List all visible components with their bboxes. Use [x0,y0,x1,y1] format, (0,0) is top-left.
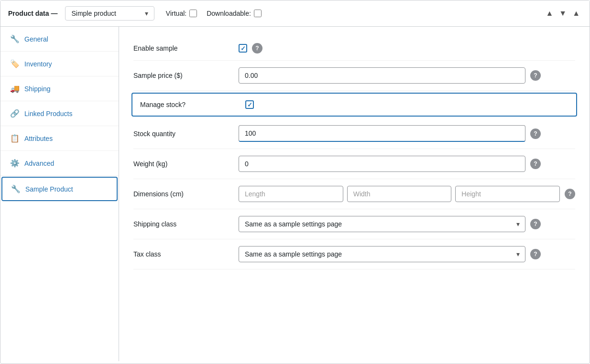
chevron-down-icon: ▾ [145,10,148,17]
sidebar-label-inventory: Inventory [24,60,52,68]
sidebar-label-advanced: Advanced [24,160,54,167]
product-type-dropdown[interactable]: Simple product ▾ [65,6,154,21]
sample-price-row: Sample price ($) ? [133,61,575,91]
stock-quantity-label: Stock quantity [133,130,229,138]
sidebar-item-general[interactable]: 🔧 General [0,27,119,52]
sidebar-label-linked-products: Linked Products [24,110,72,118]
downloadable-label: Downloadable: [207,10,251,17]
truck-icon: 🚚 [10,84,20,93]
shipping-class-help-icon[interactable]: ? [530,219,541,229]
shipping-class-select-wrapper: Same as a sample settings page None ▾ [239,216,525,232]
height-input[interactable] [455,186,560,202]
virtual-label: Virtual: [166,10,186,17]
link-icon: 🔗 [10,109,20,118]
sample-price-input[interactable] [239,67,525,84]
sample-price-help-icon[interactable]: ? [530,70,541,81]
dimensions-label: Dimensions (cm) [133,190,229,198]
gear-icon: ⚙️ [10,159,20,168]
manage-stock-checkbox[interactable] [245,100,254,109]
manage-stock-label: Manage stock? [140,101,236,108]
stock-quantity-input[interactable] [239,125,525,142]
product-type-label: Simple product [71,10,116,17]
sidebar-label-shipping: Shipping [24,85,51,93]
sidebar-label-general: General [24,35,48,43]
tax-class-label: Tax class [133,250,229,258]
wrench-icon: 🔧 [10,34,20,43]
weight-label: Weight (kg) [133,160,229,168]
sidebar-item-inventory[interactable]: 🏷️ Inventory [0,52,119,76]
expand-button[interactable]: ▲ [570,7,582,20]
shipping-class-select[interactable]: Same as a sample settings page None [239,216,525,232]
collapse-up-button[interactable]: ▲ [544,7,555,20]
downloadable-checkbox[interactable] [254,10,262,17]
tax-class-select-wrapper: Same as a sample settings page Standard … [239,246,525,262]
shipping-class-row: Shipping class Same as a sample settings… [133,209,575,239]
sidebar-item-linked-products[interactable]: 🔗 Linked Products [0,101,119,126]
collapse-down-button[interactable]: ▼ [557,7,568,20]
sidebar-label-attributes: Attributes [24,135,53,142]
enable-sample-help-icon[interactable]: ? [252,43,262,54]
sidebar: 🔧 General 🏷️ Inventory 🚚 Shipping 🔗 Link… [0,27,119,361]
sample-price-label: Sample price ($) [133,72,229,79]
tag-icon: 🏷️ [10,59,20,68]
product-data-title: Product data — [8,10,57,17]
dimensions-row: Dimensions (cm) ? [133,179,575,209]
dimensions-help-icon[interactable]: ? [565,189,575,199]
sample-wrench-icon: 🔧 [11,184,21,193]
shipping-class-label: Shipping class [133,220,229,228]
manage-stock-row: Manage stock? [131,93,577,117]
enable-sample-checkbox[interactable] [239,44,247,53]
virtual-checkbox[interactable] [189,10,197,17]
tax-class-help-icon[interactable]: ? [530,249,541,259]
weight-input[interactable] [239,156,525,172]
width-input[interactable] [347,186,452,202]
content-area: Enable sample ? Sample price ($) ? Manag… [119,27,590,361]
weight-help-icon[interactable]: ? [530,159,541,169]
enable-sample-row: Enable sample ? [133,36,575,61]
sidebar-label-sample-product: Sample Product [25,185,73,193]
sidebar-item-attributes[interactable]: 📋 Attributes [0,126,119,151]
stock-quantity-row: Stock quantity ? [133,118,575,149]
enable-sample-label: Enable sample [133,44,229,52]
length-input[interactable] [239,186,343,202]
sidebar-item-sample-product[interactable]: 🔧 Sample Product [1,177,118,201]
list-icon: 📋 [10,134,20,143]
stock-quantity-help-icon[interactable]: ? [530,128,541,139]
sidebar-item-advanced[interactable]: ⚙️ Advanced [0,151,119,176]
tax-class-select[interactable]: Same as a sample settings page Standard … [239,246,525,262]
weight-row: Weight (kg) ? [133,149,575,179]
tax-class-row: Tax class Same as a sample settings page… [133,239,575,269]
sidebar-item-shipping[interactable]: 🚚 Shipping [0,76,119,101]
